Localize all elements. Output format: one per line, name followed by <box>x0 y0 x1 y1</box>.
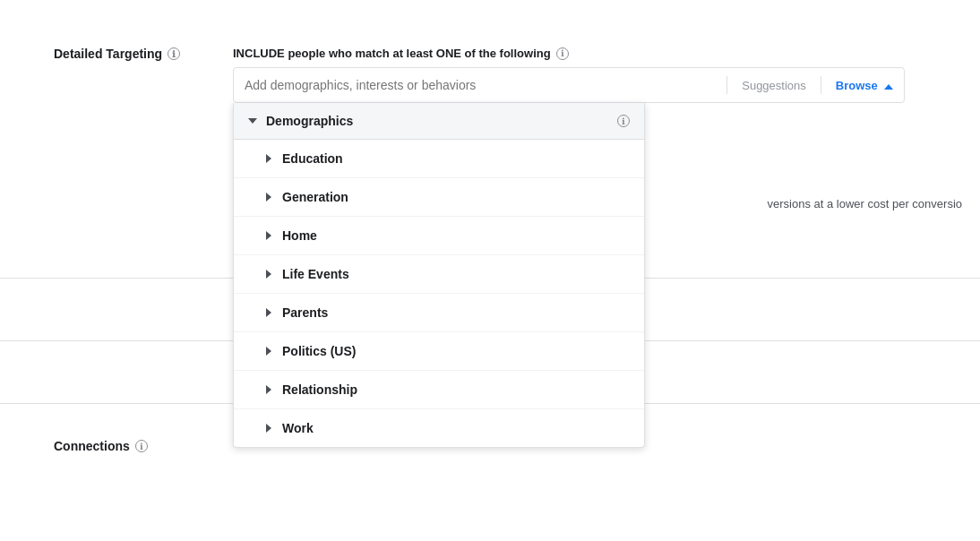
dropdown-menu: Demographics ℹ Education Generation Home <box>233 103 645 448</box>
dropdown-item-politics[interactable]: Politics (US) <box>234 332 644 371</box>
connections-label: Connections <box>54 439 130 453</box>
right-side-text: versions at a lower cost per conversio <box>768 197 980 210</box>
targeting-row: Detailed Targeting ℹ INCLUDE people who … <box>54 36 926 103</box>
search-divider <box>726 76 727 94</box>
dropdown-item-parents[interactable]: Parents <box>234 294 644 332</box>
dropdown-item-education[interactable]: Education <box>234 140 644 178</box>
detailed-targeting-info-icon[interactable]: ℹ <box>168 47 180 60</box>
section-label: Detailed Targeting ℹ <box>54 36 233 61</box>
include-label: INCLUDE people who match at least ONE of… <box>233 36 926 60</box>
parents-chevron-right-icon <box>266 308 271 317</box>
dropdown-item-work[interactable]: Work <box>234 409 644 447</box>
search-input[interactable] <box>234 78 723 92</box>
politics-label: Politics (US) <box>282 344 356 358</box>
work-label: Work <box>282 421 314 435</box>
education-label: Education <box>282 151 343 166</box>
browse-caret-up-icon <box>884 84 893 90</box>
education-chevron-right-icon <box>266 154 271 163</box>
dropdown-header[interactable]: Demographics ℹ <box>234 103 644 140</box>
browse-divider <box>821 76 821 94</box>
life-events-chevron-right-icon <box>266 270 271 279</box>
connections-info-icon[interactable]: ℹ <box>135 440 148 452</box>
demographics-header-label: Demographics <box>266 114 608 128</box>
generation-chevron-right-icon <box>266 193 271 202</box>
relationship-chevron-right-icon <box>266 385 271 394</box>
dropdown-item-life-events[interactable]: Life Events <box>234 255 644 294</box>
relationship-label: Relationship <box>282 382 357 397</box>
page-wrapper: Detailed Targeting ℹ INCLUDE people who … <box>0 0 980 541</box>
politics-chevron-right-icon <box>266 347 271 356</box>
targeting-content: INCLUDE people who match at least ONE of… <box>233 36 926 103</box>
parents-label: Parents <box>282 305 328 320</box>
detailed-targeting-label: Detailed Targeting <box>54 47 162 61</box>
include-text: INCLUDE people who match at least ONE of… <box>233 47 551 60</box>
demographics-chevron-down-icon[interactable] <box>248 118 257 124</box>
include-info-icon[interactable]: ℹ <box>556 47 569 60</box>
dropdown-item-relationship[interactable]: Relationship <box>234 371 644 409</box>
connections-row: Connections ℹ <box>54 439 148 453</box>
browse-button[interactable]: Browse <box>825 79 904 92</box>
dropdown-item-generation[interactable]: Generation <box>234 178 644 217</box>
work-chevron-right-icon <box>266 424 271 433</box>
home-label: Home <box>282 228 317 243</box>
suggestions-button[interactable]: Suggestions <box>731 79 817 92</box>
life-events-label: Life Events <box>282 267 349 281</box>
generation-label: Generation <box>282 190 348 204</box>
browse-label: Browse <box>836 79 878 92</box>
home-chevron-right-icon <box>266 231 271 240</box>
dropdown-item-home[interactable]: Home <box>234 217 644 255</box>
search-bar: Suggestions Browse <box>233 67 905 103</box>
demographics-info-icon[interactable]: ℹ <box>617 115 630 127</box>
